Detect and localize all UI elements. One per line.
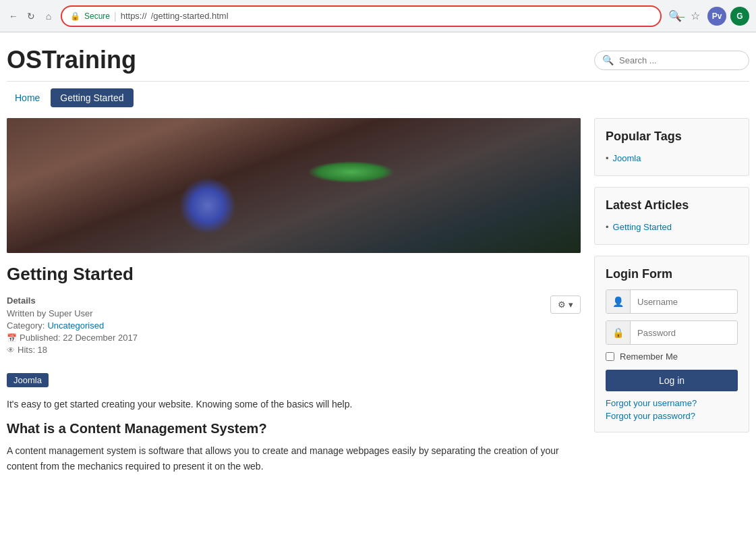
remember-me-row: Remember Me [606,351,738,362]
password-input[interactable] [631,328,737,338]
calendar-icon: 📅 [7,333,17,343]
article-subtitle: What is a Content Management System? [7,421,581,437]
tools-dropdown-arrow: ▾ [569,300,573,310]
search-icon: 🔍 [602,55,614,65]
hits-row: 👁 Hits: 18 [7,345,138,355]
tools-button[interactable]: ⚙ ▾ [550,295,581,314]
user-icon: 👤 [606,289,631,314]
url-path: /getting-started.html [151,11,229,21]
site-title: OSTraining [7,46,136,74]
search-input[interactable] [594,51,749,70]
list-item: Getting Started [606,221,738,233]
sidebar: Popular Tags Joomla Latest Articles Gett… [594,118,749,474]
forgot-username-link[interactable]: Forgot your username? [606,398,738,408]
address-bar[interactable]: 🔒 Secure | https:// /getting-started.htm… [61,5,662,27]
remember-me-checkbox[interactable] [606,352,614,361]
nav-buttons: ← ↻ ⌂ [7,9,55,23]
site-header: OSTraining 🔍 [7,46,749,82]
secure-icon: 🔒 [70,11,80,21]
username-field: 👤 [606,289,738,314]
featured-image [7,118,581,253]
category-row: Category: Uncategorised [7,320,138,331]
article-body: A content management system is software … [7,443,581,474]
latest-article-link[interactable]: Getting Started [613,222,672,232]
refresh-button[interactable]: ↻ [24,9,38,23]
page-wrapper: OSTraining 🔍 Home Getting Started Gettin… [0,32,756,487]
details-header-row: Details Written by Super User Category: … [7,295,581,357]
address-divider: | [114,11,117,22]
search-container: 🔍 [594,51,749,70]
username-input[interactable] [631,297,737,307]
home-button[interactable]: ⌂ [42,9,55,23]
profile-button-g[interactable]: G [730,7,749,26]
latest-articles-list: Getting Started [606,221,738,233]
url-prefix: https:// [121,11,147,21]
login-button[interactable]: Log in [606,370,738,391]
details-label: Details [7,295,138,306]
category-link[interactable]: Uncategorised [47,320,104,331]
nav-getting-started[interactable]: Getting Started [51,88,133,107]
popular-tags-list: Joomla [606,152,738,165]
lock-icon: 🔒 [606,320,631,345]
list-item: Joomla [606,152,738,165]
login-links: Forgot your username? Forgot your passwo… [606,398,738,421]
login-form-box: Login Form 👤 🔒 Remember Me Log in Forgot… [594,256,749,432]
red-arrow-indicator: ← [674,8,687,24]
popular-tags-box: Popular Tags Joomla [594,118,749,176]
content-layout: Getting Started Details Written by Super… [7,118,749,474]
nav-home[interactable]: Home [7,88,48,107]
latest-articles-title: Latest Articles [606,198,738,213]
eye-icon: 👁 [7,345,15,355]
details-info: Details Written by Super User Category: … [7,295,138,357]
written-by: Written by Super User [7,308,138,318]
remember-me-label: Remember Me [620,351,678,362]
secure-label: Secure [84,11,110,21]
browser-chrome: ← ↻ ⌂ 🔒 Secure | https:// /getting-start… [0,0,756,32]
article-title: Getting Started [7,264,581,285]
bookmark-button[interactable]: ☆ [687,8,703,24]
gear-icon: ⚙ [558,300,566,310]
main-content: Getting Started Details Written by Super… [7,118,581,474]
published-row: 📅 Published: 22 December 2017 [7,333,138,343]
login-form-title: Login Form [606,267,738,281]
back-button[interactable]: ← [7,9,20,23]
site-nav: Home Getting Started [7,88,749,107]
password-field: 🔒 [606,320,738,345]
tag-joomla-link[interactable]: Joomla [613,153,641,163]
profile-button-pv[interactable]: Pv [707,7,726,26]
forgot-password-link[interactable]: Forgot your password? [606,411,738,421]
popular-tags-title: Popular Tags [606,130,738,144]
latest-articles-box: Latest Articles Getting Started [594,187,749,245]
tag-badge[interactable]: Joomla [7,373,49,387]
details-section: Details Written by Super User Category: … [7,295,581,357]
article-intro: It's easy to get started creating your w… [7,397,581,412]
